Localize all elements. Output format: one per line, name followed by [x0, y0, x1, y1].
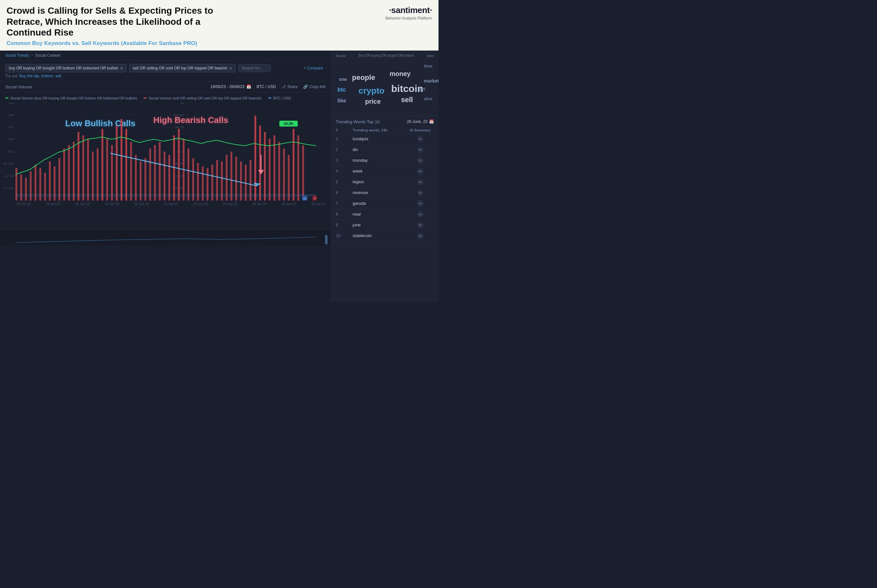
trending-ai-summary[interactable]: ⊖ — [402, 166, 438, 176]
trending-col-rank: # — [331, 127, 348, 134]
calendar-icon[interactable]: 📅 — [246, 84, 251, 89]
trending-word[interactable]: legion — [348, 176, 402, 187]
svg-text:47.25: 47.25 — [6, 174, 14, 177]
search-area: buy OR buying OR bought OR bottom OR bot… — [0, 61, 331, 82]
svg-rect-85 — [302, 145, 304, 201]
trending-rank: 10 — [331, 230, 348, 241]
trending-ai-summary[interactable]: ⊖ — [402, 134, 438, 144]
svg-rect-43 — [102, 129, 104, 201]
x-label-2: 20 Jun 23 — [75, 202, 90, 206]
search-tag-sell-close[interactable]: × — [229, 66, 232, 71]
table-row[interactable]: 2 dlv ⊖ — [331, 144, 438, 155]
trending-ai-summary[interactable]: ⊖ — [402, 187, 438, 198]
word-cloud-word-like[interactable]: like — [337, 98, 346, 104]
search-tag-buy-close[interactable]: × — [120, 66, 123, 71]
minus-icon[interactable]: ⊖ — [417, 201, 423, 206]
minus-icon[interactable]: ⊖ — [417, 233, 423, 239]
minus-icon[interactable]: ⊖ — [417, 158, 423, 164]
word-cloud-word-crypto[interactable]: crypto — [359, 86, 384, 96]
share-button[interactable]: ⎇ Share — [281, 84, 298, 89]
table-row[interactable]: 4 week ⊖ — [331, 166, 438, 176]
trending-date: 26 June, 23 📅 — [407, 119, 434, 124]
word-cloud-word-sell[interactable]: sell — [401, 96, 413, 104]
svg-rect-54 — [154, 145, 156, 201]
search-tag-buy[interactable]: buy OR buying OR bought OR bottom OR bot… — [5, 64, 126, 72]
share-label: Share — [287, 84, 298, 89]
svg-text:67.375: 67.375 — [4, 162, 14, 165]
chart-label: Social Volume — [5, 84, 32, 89]
svg-marker-89 — [258, 170, 264, 174]
svg-rect-71 — [235, 156, 237, 201]
try-out-links[interactable]: Buy the dip, bottom, sell — [20, 74, 62, 78]
table-row[interactable]: 8 near ⊖ — [331, 209, 438, 219]
minus-icon[interactable]: ⊖ — [417, 190, 423, 196]
legend-bullish: Social Volume (buy OR buying OR bought O… — [5, 96, 137, 100]
word-cloud-word-market[interactable]: market — [424, 78, 438, 84]
word-cloud-word-time[interactable]: time — [424, 64, 432, 69]
trending-word[interactable]: stablecoin — [348, 230, 402, 241]
breadcrumb-social-trends[interactable]: Social Trends — [5, 53, 29, 58]
minus-icon[interactable]: ⊖ — [417, 136, 423, 142]
word-cloud-word-price[interactable]: price — [365, 98, 381, 105]
word-cloud-word-one[interactable]: one — [339, 76, 347, 82]
svg-rect-75 — [254, 116, 257, 201]
svg-rect-47 — [121, 119, 123, 201]
table-row[interactable]: 10 stablecoin ⊖ — [331, 230, 438, 241]
trending-word[interactable]: garuda — [348, 198, 402, 209]
word-cloud-word-get[interactable]: get — [419, 86, 425, 92]
svg-rect-38 — [78, 132, 80, 201]
table-row[interactable]: 1 tusdquiz ⊖ — [331, 134, 438, 144]
svg-rect-78 — [269, 139, 271, 201]
trending-ai-summary[interactable]: ⊖ — [402, 198, 438, 209]
word-cloud-word-people[interactable]: people — [352, 74, 375, 82]
x-label-0: 19 Jun 23 — [16, 202, 31, 206]
link-icon: 🔗 — [303, 84, 308, 89]
trending-ai-summary[interactable]: ⊖ — [402, 144, 438, 155]
trending-word[interactable]: dlv — [348, 144, 402, 155]
logo-text: ·santiment· — [385, 5, 432, 15]
trending-word[interactable]: revenue — [348, 187, 402, 198]
table-row[interactable]: 6 revenue ⊖ — [331, 187, 438, 198]
word-cloud-word-also[interactable]: also — [424, 96, 432, 101]
trending-col-ai: Ai Summary — [402, 127, 438, 134]
trending-word[interactable]: june — [348, 219, 402, 230]
trending-word[interactable]: monday — [348, 155, 402, 166]
trending-ai-summary[interactable]: ⊖ — [402, 209, 438, 219]
copy-link-button[interactable]: 🔗 Copy link — [303, 84, 326, 89]
svg-rect-42 — [96, 148, 99, 201]
minus-icon[interactable]: ⊖ — [417, 179, 423, 185]
minus-icon[interactable]: ⊖ — [417, 168, 423, 174]
minus-icon[interactable]: ⊖ — [417, 212, 423, 217]
table-row[interactable]: 9 june ⊖ — [331, 219, 438, 230]
trending-word[interactable]: near — [348, 209, 402, 219]
trending-word[interactable]: tusdquiz — [348, 134, 402, 144]
minus-icon[interactable]: ⊖ — [417, 147, 423, 153]
legend-bullish-text: Social Volume (buy OR buying OR bought O… — [11, 96, 137, 100]
trending-ai-summary[interactable]: ⊖ — [402, 230, 438, 241]
wc-label-social: Social — [336, 54, 345, 58]
search-tag-buy-text: buy OR buying OR bought OR bottom OR bot… — [9, 66, 119, 70]
word-cloud-word-money[interactable]: money — [390, 70, 410, 78]
minus-icon[interactable]: ⊖ — [417, 222, 423, 228]
compare-button[interactable]: + Compare — [301, 64, 326, 72]
svg-text:107: 107 — [9, 137, 14, 141]
word-cloud-word-bitcoin[interactable]: bitcoin — [391, 83, 423, 94]
chart-toolbar: Social Volume 19/06/23 - 26/06/23 📅 BTC … — [0, 82, 331, 92]
trending-rank: 1 — [331, 134, 348, 144]
trending-word[interactable]: week — [348, 166, 402, 176]
trending-table: # Trending words, 24h Ai Summary 1 tusdq… — [331, 127, 438, 242]
trending-ai-summary[interactable]: ⊖ — [402, 155, 438, 166]
svg-text:27.125: 27.125 — [4, 186, 14, 189]
legend-dot-red — [144, 98, 147, 99]
x-label-7: 24 Jun 23 — [223, 202, 237, 206]
table-row[interactable]: 5 legion ⊖ — [331, 176, 438, 187]
word-cloud-word-btc[interactable]: btc — [337, 86, 346, 93]
search-tag-sell[interactable]: sell OR selling OR sold OR top OR topped… — [129, 64, 236, 72]
search-input[interactable]: Search for... — [238, 64, 271, 72]
mini-chart-svg — [0, 230, 331, 246]
table-row[interactable]: 3 monday ⊖ — [331, 155, 438, 166]
trending-ai-summary[interactable]: ⊖ — [402, 219, 438, 230]
trending-ai-summary[interactable]: ⊖ — [402, 176, 438, 187]
table-row[interactable]: 7 garuda ⊖ — [331, 198, 438, 209]
trending-calendar-icon[interactable]: 📅 — [429, 119, 434, 124]
